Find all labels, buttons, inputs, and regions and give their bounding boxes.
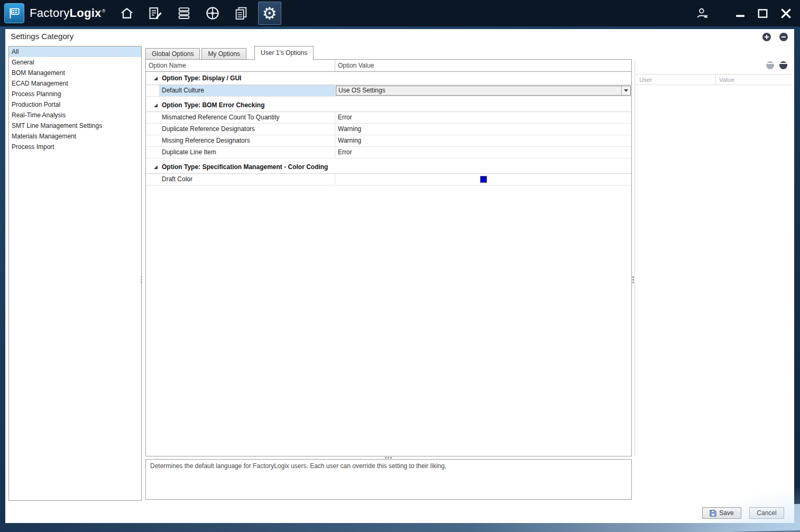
minimize-button[interactable] [735,8,745,18]
settings-category-list: All General BOM Management ECAD Manageme… [8,46,142,501]
window-frame: Settings Category All General BOM Manage… [0,26,800,532]
row-indicator [146,112,159,123]
row-indicator [146,124,159,135]
sidebar-item-general[interactable]: General [9,57,141,68]
collapse-group-icon[interactable] [154,104,158,107]
production-icon[interactable] [201,2,224,25]
option-row-mismatched-reference[interactable]: Mismatched Reference Count To Quantity E… [146,112,631,124]
options-tabstrip: Global Options My Options User 1's Optio… [145,45,315,60]
add-category-button[interactable] [762,33,771,41]
option-name-cell[interactable]: Missing Reference Designators [159,135,335,146]
sidebar-item-smt-line-management[interactable]: SMT Line Management Settings [9,120,141,131]
factorylogix-window: FactoryLogix® [0,0,800,532]
option-value-cell[interactable]: Error [335,147,631,158]
home-icon[interactable] [115,2,139,25]
settings-page: Settings Category All General BOM Manage… [5,29,794,523]
page-title: Settings Category [11,32,73,41]
app-title: FactoryLogix® [30,6,106,20]
sidebar-splitter[interactable] [141,276,142,284]
option-value-cell: Use OS Settings [335,85,631,96]
default-culture-dropdown[interactable]: Use OS Settings [336,86,631,96]
window-controls [695,6,800,20]
options-grid: Option Name Option Value Option Type: Di… [145,59,632,456]
option-value-cell [335,174,631,185]
main-nav: ⚙ [115,2,281,25]
sidebar-item-materials-management[interactable]: Materials Management [9,131,141,142]
group-header-display-gui[interactable]: Option Type: Display / GUI [146,72,631,85]
close-button[interactable] [780,8,792,19]
tab-user1-options[interactable]: User 1's Options [254,46,314,60]
collapse-group-icon[interactable] [154,77,158,80]
sidebar-item-real-time-analysis[interactable]: Real-Time Analysis [9,110,141,120]
sidebar-item-ecad-management[interactable]: ECAD Management [9,78,141,89]
option-name-cell[interactable]: Default Culture [159,85,335,96]
column-header-option-value[interactable]: Option Value [335,60,631,71]
option-value-cell[interactable]: Warning [335,135,631,146]
reports-icon[interactable] [229,2,253,25]
option-row-duplicate-line-item[interactable]: Duplicate Line Item Error [146,147,631,158]
option-value-cell[interactable]: Error [335,112,631,123]
sidebar-item-process-planning[interactable]: Process Planning [9,89,141,99]
option-row-missing-reference[interactable]: Missing Reference Designators Warning [146,135,631,147]
chevron-down-icon[interactable] [621,86,630,95]
user-overrides-panel: User Value [635,59,792,456]
group-header-spec-color-coding[interactable]: Option Type: Specification Management - … [146,161,631,174]
row-indicator [146,147,159,158]
user-overrides-toolbar [635,59,792,71]
save-floppy-icon [710,510,716,517]
description-splitter[interactable] [385,457,392,459]
sidebar-item-production-portal[interactable]: Production Portal [9,99,141,110]
maximize-button[interactable] [758,8,768,18]
cancel-button[interactable]: Cancel [749,507,784,519]
grid-header: Option Name Option Value [146,60,631,72]
row-indicator [146,174,159,185]
sidebar-item-bom-management[interactable]: BOM Management [9,68,141,78]
row-indicator [146,85,159,96]
save-button[interactable]: Save [702,507,741,519]
collapse-group-icon[interactable] [154,165,158,169]
option-value-cell[interactable]: Warning [335,124,631,135]
option-name-cell[interactable]: Mismatched Reference Count To Quantity [159,112,335,123]
titlebar: FactoryLogix® [0,0,800,26]
column-header-value[interactable]: Value [715,74,792,85]
option-row-duplicate-reference[interactable]: Duplicate Reference Designators Warning [146,124,631,135]
option-row-draft-color[interactable]: Draft Color [146,174,631,185]
option-name-cell[interactable]: Duplicate Line Item [159,147,335,158]
option-description: Determines the default language for Fact… [145,459,632,500]
settings-gear-icon[interactable]: ⚙ [258,2,281,25]
sidebar-item-all[interactable]: All [9,46,141,57]
draft-color-swatch[interactable] [480,176,487,183]
option-name-cell[interactable]: Duplicate Reference Designators [159,124,335,135]
group-header-bom-error-checking[interactable]: Option Type: BOM Error Checking [146,99,631,112]
materials-icon[interactable] [172,2,196,25]
column-header-user[interactable]: User [635,74,715,85]
factorylogix-logo-icon [4,3,24,23]
row-indicator [146,135,159,146]
option-row-default-culture[interactable]: Default Culture Use OS Settings [146,85,631,97]
sidebar-item-process-import[interactable]: Process Import [9,142,141,152]
column-header-option-name[interactable]: Option Name [146,60,335,71]
remove-category-button[interactable] [779,33,788,41]
panel-splitter[interactable] [632,276,634,284]
logout-user-icon[interactable] [695,6,709,20]
user-overrides-header: User Value [635,74,792,85]
option-name-cell[interactable]: Draft Color [159,174,335,185]
remove-user-override-button[interactable] [779,61,787,69]
tab-global-options[interactable]: Global Options [145,48,200,60]
tab-my-options[interactable]: My Options [201,48,246,60]
process-planning-icon[interactable] [144,2,167,25]
